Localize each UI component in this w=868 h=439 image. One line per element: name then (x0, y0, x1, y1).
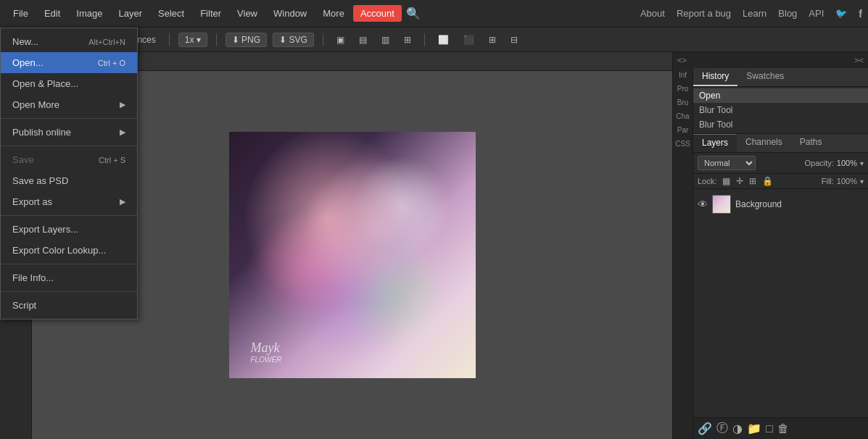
adjustment-btn[interactable]: ◑ (732, 422, 743, 435)
search-icon[interactable]: 🔍 (406, 7, 421, 20)
menu-file[interactable]: File (6, 5, 36, 22)
side-label-cha[interactable]: Cha (673, 111, 692, 122)
align-center-icon[interactable]: ▤ (355, 33, 371, 46)
tab-history[interactable]: History (693, 68, 737, 86)
lock-move-icon[interactable]: ✛ (736, 176, 743, 186)
dd-sep-4 (1, 264, 137, 264)
learn-link[interactable]: Learn (743, 8, 766, 19)
dd-save: Save Ctrl + S (1, 149, 137, 170)
dd-open-more[interactable]: Open More ▶ (1, 94, 137, 115)
history-item-blur1[interactable]: Blur Tool (693, 103, 868, 117)
menu-edit[interactable]: Edit (37, 5, 67, 22)
dd-publish[interactable]: Publish online ▶ (1, 122, 137, 143)
dd-file-info-label: File Info... (12, 272, 54, 283)
dd-export-layers[interactable]: Export Layers... (1, 219, 137, 240)
menu-account[interactable]: Account (353, 5, 402, 22)
history-tabs: History Swatches (693, 68, 868, 87)
tab-channels[interactable]: Channels (737, 134, 791, 152)
side-label-par[interactable]: Par (674, 125, 692, 135)
new-layer-btn[interactable]: □ (766, 422, 773, 435)
dd-new[interactable]: New... Alt+Ctrl+N (1, 31, 137, 52)
tab-paths[interactable]: Paths (791, 134, 831, 152)
side-label-bru[interactable]: Bru (674, 97, 692, 108)
fill-control: Fill: 100% ▾ (822, 177, 864, 185)
layer-thumbnail (712, 195, 731, 214)
dd-sep-3 (1, 215, 137, 216)
dd-open-label: Open... (12, 57, 44, 68)
menu-more[interactable]: More (315, 5, 352, 22)
dd-save-label: Save (12, 154, 34, 165)
dd-open-shortcut: Ctrl + O (98, 59, 125, 67)
dd-sep-1 (1, 118, 137, 119)
frame2-icon[interactable]: ⬛ (459, 33, 479, 46)
collapse-left-btn[interactable]: <> (677, 56, 687, 64)
fill-value[interactable]: 100% (837, 177, 857, 185)
history-item-open[interactable]: Open (693, 88, 868, 103)
dd-export-as[interactable]: Export as ▶ (1, 191, 137, 212)
menu-view[interactable]: View (230, 5, 265, 22)
effects-btn[interactable]: Ⓕ (716, 421, 728, 436)
blog-link[interactable]: Blog (778, 8, 797, 19)
toolbar-separator-3 (323, 33, 323, 46)
history-item-blur2[interactable]: Blur Tool (693, 117, 868, 132)
side-label-pro[interactable]: Pro (674, 83, 692, 94)
menu-select[interactable]: Select (151, 5, 191, 22)
layer-name[interactable]: Background (735, 199, 782, 209)
menu-right: About Report a bug Learn Blog API 🐦 f (640, 8, 862, 20)
lock-artboard-icon[interactable]: ⊞ (749, 176, 756, 186)
dd-export-layers-label: Export Layers... (12, 224, 78, 235)
lock-label: Lock: (698, 177, 716, 185)
menu-filter[interactable]: Filter (193, 5, 228, 22)
menu-layer[interactable]: Layer (112, 5, 150, 22)
menu-window[interactable]: Window (266, 5, 314, 22)
grid-icon[interactable]: ⊞ (484, 33, 500, 46)
dd-open[interactable]: Open... Ctrl + O (1, 52, 137, 73)
opacity-control: Opacity: 100% ▾ (805, 159, 864, 167)
dd-new-shortcut: Alt+Ctrl+N (88, 38, 125, 46)
layer-visibility-icon[interactable]: 👁 (698, 198, 708, 210)
dd-open-place[interactable]: Open & Place... (1, 73, 137, 94)
layer-item-background[interactable]: 👁 Background (693, 192, 868, 217)
about-link[interactable]: About (640, 8, 665, 19)
layers-bottom: 🔗 Ⓕ ◑ 📁 □ 🗑 (693, 417, 868, 439)
dd-new-label: New... (12, 36, 38, 47)
api-link[interactable]: API (809, 8, 824, 19)
toolbar-separator-1 (169, 33, 170, 46)
opacity-value[interactable]: 100% (837, 159, 857, 167)
tab-layers[interactable]: Layers (693, 134, 737, 152)
dd-export-color[interactable]: Export Color Lookup... (1, 240, 137, 261)
dd-file-info[interactable]: File Info... (1, 267, 137, 288)
dd-save-psd[interactable]: Save as PSD (1, 170, 137, 191)
distribute-icon[interactable]: ⊞ (400, 33, 416, 46)
delete-layer-btn[interactable]: 🗑 (777, 422, 789, 435)
lock-checkered-icon[interactable]: ▦ (722, 176, 730, 186)
facebook-icon[interactable]: f (859, 8, 862, 20)
link-layers-btn[interactable]: 🔗 (698, 422, 712, 435)
layers-tabs: Layers Channels Paths (693, 134, 868, 153)
report-bug-link[interactable]: Report a bug (677, 8, 731, 19)
group-btn[interactable]: 📁 (747, 422, 761, 435)
dd-publish-label: Publish online (12, 127, 71, 138)
side-label-css[interactable]: CSS (673, 138, 693, 149)
ruler-icon[interactable]: ⊟ (506, 33, 522, 46)
align-right-icon[interactable]: ▥ (377, 33, 394, 46)
export-png-btn[interactable]: ⬇ PNG (226, 33, 267, 47)
menu-image[interactable]: Image (69, 5, 109, 22)
twitter-icon[interactable]: 🐦 (835, 8, 847, 19)
lock-all-icon[interactable]: 🔒 (762, 176, 773, 186)
align-left-icon[interactable]: ▣ (332, 33, 349, 46)
zoom-level[interactable]: 1x ▾ (178, 33, 207, 47)
frame-icon[interactable]: ⬜ (434, 33, 453, 46)
fill-arrow[interactable]: ▾ (860, 177, 864, 185)
side-label-inf[interactable]: Inf (676, 70, 690, 80)
opacity-arrow[interactable]: ▾ (860, 159, 864, 167)
right-panel: <> >< Inf Pro Bru Cha Par CSS History Sw… (672, 52, 868, 439)
canvas-image: Mayk FLOWER (229, 132, 476, 378)
export-svg-btn[interactable]: ⬇ SVG (273, 33, 314, 47)
blend-mode-select[interactable]: Normal (698, 156, 756, 170)
dd-open-more-arrow: ▶ (120, 100, 125, 109)
dd-script[interactable]: Script (1, 295, 137, 316)
collapse-right-btn[interactable]: >< (854, 56, 864, 64)
dd-publish-arrow: ▶ (120, 127, 125, 137)
tab-swatches[interactable]: Swatches (737, 68, 793, 86)
